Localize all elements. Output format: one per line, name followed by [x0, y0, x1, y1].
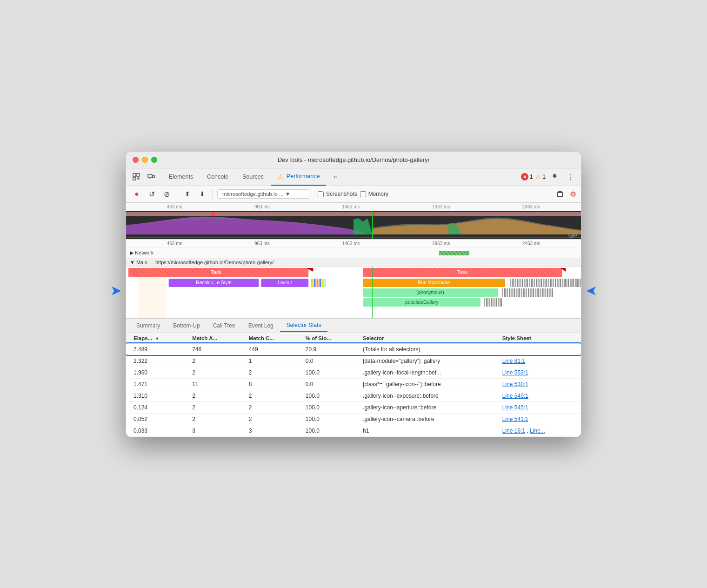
- col-pct-slow[interactable]: % of Slo...: [300, 333, 357, 344]
- table-header-row: Elaps... ▼ Match A... Match C... % of Sl…: [126, 333, 581, 344]
- reload-button[interactable]: ↺: [146, 188, 158, 200]
- table-row-totals[interactable]: 7.489 746 449 20.9 (Totals for all selec…: [126, 343, 581, 355]
- tab-call-tree[interactable]: Call Tree: [207, 320, 242, 331]
- download-button[interactable]: ⬇: [196, 188, 208, 200]
- url-display[interactable]: microsoftedge.github.io ... ▼: [217, 189, 310, 199]
- table-row[interactable]: 2.322 2 1 0.0 [data-module="gallery"] .g…: [126, 355, 581, 367]
- performance-settings-icon[interactable]: ⚙: [570, 190, 576, 199]
- col-stylesheet[interactable]: Style Sheet: [497, 333, 581, 344]
- close-button[interactable]: [133, 157, 139, 163]
- clean-icon[interactable]: [554, 188, 566, 200]
- divider-2: [213, 189, 213, 199]
- table-row[interactable]: 0.052 2 2 100.0 .gallery-icon--camera::b…: [126, 413, 581, 425]
- col-elapsed[interactable]: Elaps... ▼: [126, 333, 187, 344]
- panel-tabs: Summary Bottom-Up Call Tree Event Log Se…: [126, 318, 581, 333]
- svg-rect-37: [322, 279, 324, 287]
- table-container[interactable]: Elaps... ▼ Match A... Match C... % of Sl…: [126, 333, 581, 437]
- svg-text:Layout: Layout: [278, 280, 292, 285]
- error-badge[interactable]: ✕ 1: [521, 173, 533, 180]
- tab-performance[interactable]: ⚠ Performance: [271, 168, 327, 186]
- tab-bottom-up[interactable]: Bottom-Up: [167, 320, 206, 331]
- svg-rect-81: [519, 288, 520, 297]
- stylesheet-link[interactable]: Line 545:1: [502, 404, 528, 411]
- svg-rect-66: [553, 279, 554, 287]
- minimize-button[interactable]: [142, 157, 148, 163]
- col-match-count[interactable]: Match C...: [243, 333, 300, 344]
- tab-summary[interactable]: Summary: [130, 320, 167, 331]
- cell-match-attempts: 3: [187, 425, 243, 436]
- svg-rect-68: [557, 279, 559, 287]
- memory-checkbox[interactable]: [360, 191, 366, 197]
- cell-match-count: 3: [243, 425, 300, 436]
- svg-text:(anonymous): (anonymous): [416, 290, 444, 295]
- device-mode-icon[interactable]: [145, 170, 158, 183]
- more-options-icon[interactable]: ⋮: [564, 170, 577, 183]
- svg-rect-65: [550, 279, 552, 287]
- performance-warning-icon: ⚠: [278, 173, 283, 180]
- svg-rect-11: [562, 192, 563, 196]
- clear-button[interactable]: ⊘: [160, 188, 173, 200]
- table-row[interactable]: 0.124 2 2 100.0 .gallery-icon--aperture:…: [126, 401, 581, 413]
- svg-rect-90: [540, 288, 541, 297]
- error-icon: ✕: [521, 173, 528, 180]
- stylesheet-link[interactable]: Line 530:1: [502, 381, 528, 388]
- svg-rect-59: [536, 279, 537, 287]
- table-row[interactable]: 1.960 2 2 100.0 .gallery-icon--focal-len…: [126, 367, 581, 378]
- tab-sources[interactable]: Sources: [236, 168, 270, 186]
- screenshots-checkbox[interactable]: [318, 191, 324, 197]
- col-match-attempts[interactable]: Match A...: [187, 333, 243, 344]
- stylesheet-link-1[interactable]: Line 16:1: [502, 428, 525, 434]
- cell-pct-slow: 100.0: [300, 367, 357, 378]
- cell-stylesheet-totals: [497, 343, 581, 355]
- stylesheet-link[interactable]: Line 549:1: [502, 393, 528, 399]
- svg-rect-99: [486, 298, 487, 307]
- tab-console[interactable]: Console: [200, 168, 235, 186]
- cell-match-count: 2: [243, 390, 300, 401]
- svg-rect-50: [514, 279, 516, 287]
- cell-selector: .gallery-icon--exposure::before: [357, 390, 497, 401]
- cell-pct-slow: 0.0: [300, 378, 357, 390]
- table-row[interactable]: 0.033 3 3 100.0 h1 Line 16:1 , Line...: [126, 425, 581, 436]
- svg-rect-41: [570, 279, 572, 287]
- stylesheet-link[interactable]: Line 553:1: [502, 369, 528, 376]
- svg-rect-56: [529, 279, 530, 287]
- svg-rect-70: [562, 279, 563, 287]
- flame-chart[interactable]: Task Task: [126, 267, 581, 318]
- tab-selector-stats[interactable]: Selector Stats: [280, 320, 328, 332]
- svg-rect-87: [533, 288, 534, 297]
- stylesheet-link[interactable]: Line 541:1: [502, 416, 528, 422]
- timeline-overview[interactable]: CPU NET: [126, 211, 581, 239]
- screenshots-checkbox-group: Screenshots: [318, 191, 357, 197]
- cell-pct-slow-totals: 20.9: [300, 343, 357, 355]
- cell-pct-slow: 100.0: [300, 413, 357, 425]
- svg-rect-9: [558, 191, 562, 192]
- cell-selector: .gallery-icon--focal-length::bef...: [357, 367, 497, 378]
- svg-rect-83: [523, 288, 525, 297]
- cell-stylesheet: Line 16:1 , Line...: [497, 425, 581, 436]
- inspect-icon[interactable]: [130, 170, 143, 183]
- stylesheet-link-2[interactable]: Line...: [530, 428, 545, 434]
- upload-button[interactable]: ⬆: [181, 188, 193, 200]
- svg-rect-16: [126, 237, 581, 238]
- svg-rect-8: [557, 196, 563, 197]
- cell-stylesheet: Line 81:1: [497, 355, 581, 367]
- flame-chart-svg: Task Task: [126, 267, 581, 318]
- svg-rect-82: [521, 288, 522, 297]
- settings-icon[interactable]: [548, 170, 561, 183]
- cell-stylesheet: Line 545:1: [497, 401, 581, 413]
- col-selector[interactable]: Selector: [357, 333, 497, 344]
- table-row[interactable]: 1.471 11 8 0.0 [class*=" gallery-icon--"…: [126, 378, 581, 390]
- svg-rect-93: [547, 288, 548, 297]
- svg-rect-88: [535, 288, 536, 297]
- svg-rect-61: [540, 279, 542, 287]
- maximize-button[interactable]: [151, 157, 157, 163]
- tab-event-log[interactable]: Event Log: [242, 320, 280, 331]
- record-button[interactable]: ●: [131, 188, 143, 200]
- tab-more[interactable]: »: [327, 168, 343, 186]
- table-row[interactable]: 1.310 2 2 100.0 .gallery-icon--exposure:…: [126, 390, 581, 401]
- svg-rect-5: [148, 174, 152, 178]
- timeline-overview-area: 463 ms 963 ms 1463 ms 1963 ms 2463 ms: [126, 203, 581, 318]
- stylesheet-link[interactable]: Line 81:1: [502, 358, 525, 364]
- warning-badge[interactable]: ⚠ 1: [535, 174, 546, 180]
- tab-elements[interactable]: Elements: [162, 168, 200, 186]
